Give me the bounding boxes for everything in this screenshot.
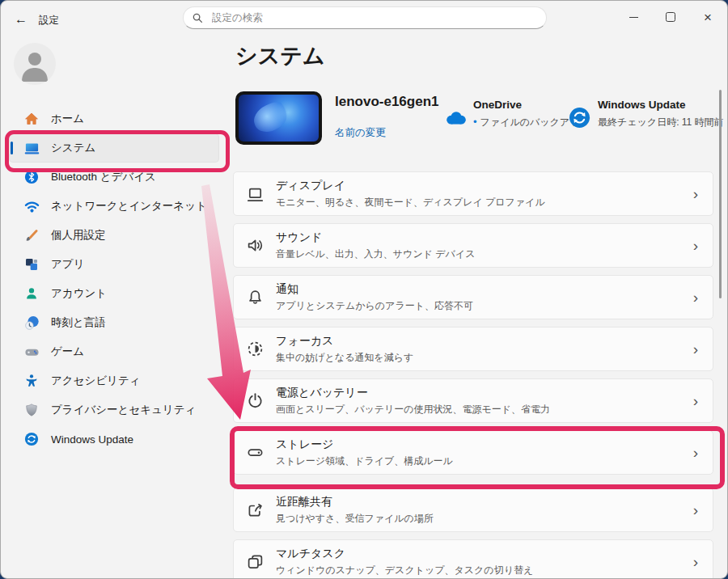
windows-update-subtitle: 最終チェック日時: 11 時間前	[598, 116, 724, 129]
power-icon	[247, 392, 276, 409]
wifi-icon	[23, 198, 40, 214]
settings-row-multitasking[interactable]: マルチタスク ウィンドウのスナップ、デスクトップ、タスクの切り替え ›	[233, 539, 713, 579]
sidebar-item-system[interactable]: システム	[9, 133, 219, 163]
device-name: lenovo-e16gen1	[335, 94, 439, 110]
sidebar-item-accessibility[interactable]: アクセシビリティ	[9, 366, 219, 395]
sound-icon	[247, 237, 276, 254]
close-button[interactable]: ×	[689, 2, 726, 32]
row-subtitle: 見つけやすさ、受信ファイルの場所	[276, 512, 693, 526]
row-subtitle: 画面とスリープ、バッテリーの使用状況、電源モード、省電力	[276, 403, 693, 416]
sidebar-item-accounts[interactable]: アカウント	[9, 279, 219, 308]
sidebar-item-network-internet[interactable]: ネットワークとインターネット	[9, 192, 219, 221]
sidebar: ホーム システム Bluetooth とデバイス	[1, 104, 231, 454]
page-title: システム	[235, 41, 325, 70]
sidebar-item-label: Bluetooth とデバイス	[51, 170, 156, 184]
system-icon	[23, 140, 40, 156]
person-icon	[14, 43, 56, 85]
scrollbar-thumb[interactable]	[719, 90, 722, 298]
minimize-icon	[629, 17, 638, 18]
row-subtitle: 集中の妨げとなる通知を減らす	[276, 351, 693, 365]
display-icon	[247, 185, 276, 202]
settings-window: ← 設定 × ホーム	[0, 0, 728, 579]
settings-row-storage[interactable]: ストレージ ストレージ領域、ドライブ、構成ルール ›	[233, 430, 713, 475]
windows-update-icon	[23, 431, 40, 447]
windows-update-title: Windows Update	[598, 99, 724, 111]
row-subtitle: モニター、明るさ、夜間モード、ディスプレイ プロファイル	[276, 196, 693, 209]
focus-icon	[247, 340, 276, 357]
row-title: フォーカス	[276, 334, 693, 349]
desktop-backdrop: ← 設定 × ホーム	[0, 0, 728, 579]
sidebar-item-label: システム	[51, 141, 95, 155]
row-subtitle: ウィンドウのスナップ、デスクトップ、タスクの切り替え	[276, 564, 693, 577]
row-title: サウンド	[276, 230, 693, 245]
row-subtitle: ストレージ領域、ドライブ、構成ルール	[276, 454, 693, 468]
app-title: 設定	[39, 14, 59, 27]
chevron-right-icon: ›	[693, 553, 698, 571]
maximize-icon	[666, 12, 675, 22]
apps-icon	[23, 256, 40, 273]
settings-row-notifications[interactable]: 通知 アプリとシステムからのアラート、応答不可 ›	[233, 275, 713, 319]
row-title: ストレージ	[276, 437, 693, 452]
controller-icon	[23, 344, 40, 360]
sidebar-item-time-language[interactable]: 時刻と言語	[9, 308, 219, 337]
paintbrush-icon	[23, 227, 40, 243]
close-icon: ×	[704, 11, 712, 24]
sidebar-item-label: 時刻と言語	[51, 315, 106, 330]
multitask-icon	[247, 553, 276, 570]
settings-row-display[interactable]: ディスプレイ モニター、明るさ、夜間モード、ディスプレイ プロファイル ›	[233, 171, 713, 216]
sidebar-item-apps[interactable]: アプリ	[9, 250, 219, 279]
clock-globe-icon	[23, 315, 40, 331]
sidebar-item-privacy-security[interactable]: プライバシーとセキュリティ	[9, 395, 219, 425]
back-button[interactable]: ←	[9, 9, 33, 30]
sidebar-item-label: ゲーム	[51, 344, 84, 359]
shield-icon	[23, 402, 40, 418]
onedrive-cloud-icon	[444, 108, 468, 126]
row-title: ディスプレイ	[276, 179, 693, 193]
search-input[interactable]	[210, 11, 538, 24]
sidebar-item-label: プライバシーとセキュリティ	[51, 403, 196, 417]
storage-drive-icon	[247, 444, 276, 461]
row-subtitle: 音量レベル、出力、入力、サウンド デバイス	[276, 247, 693, 261]
settings-row-power-battery[interactable]: 電源とバッテリー 画面とスリープ、バッテリーの使用状況、電源モード、省電力 ›	[233, 378, 713, 423]
sidebar-item-windows-update[interactable]: Windows Update	[9, 425, 219, 454]
chevron-right-icon: ›	[693, 185, 698, 203]
windows-update-status: Windows Update 最終チェック日時: 11 時間前	[598, 99, 724, 129]
row-title: 近距離共有	[276, 495, 693, 509]
sidebar-item-gaming[interactable]: ゲーム	[9, 337, 219, 366]
sidebar-item-label: ホーム	[51, 112, 84, 126]
settings-row-focus[interactable]: フォーカス 集中の妨げとなる通知を減らす ›	[233, 327, 713, 371]
row-title: 通知	[276, 282, 693, 297]
rename-link[interactable]: 名前の変更	[335, 126, 386, 140]
device-thumbnail	[235, 91, 322, 145]
row-title: 電源とバッテリー	[276, 386, 693, 400]
chevron-right-icon: ›	[693, 289, 698, 306]
selected-pill	[11, 142, 13, 154]
settings-row-nearby-sharing[interactable]: 近距離共有 見つけやすさ、受信ファイルの場所 ›	[233, 488, 713, 532]
avatar	[14, 43, 56, 85]
nearby-share-icon	[247, 501, 276, 518]
sidebar-item-label: ネットワークとインターネット	[51, 199, 207, 213]
sidebar-item-label: アカウント	[51, 286, 107, 301]
accessibility-person-icon	[23, 373, 40, 389]
chevron-right-icon: ›	[693, 340, 698, 358]
account-person-icon	[23, 285, 40, 302]
home-icon	[23, 111, 40, 127]
chevron-right-icon: ›	[693, 237, 698, 255]
chevron-right-icon: ›	[693, 392, 698, 410]
sidebar-item-bluetooth-devices[interactable]: Bluetooth とデバイス	[9, 163, 219, 192]
minimize-button[interactable]	[615, 2, 652, 32]
bullet-icon: •	[473, 116, 477, 128]
sidebar-item-label: Windows Update	[51, 433, 133, 446]
sidebar-item-home[interactable]: ホーム	[9, 104, 219, 133]
sidebar-item-personalization[interactable]: 個人用設定	[9, 221, 219, 250]
sidebar-item-label: アプリ	[51, 257, 84, 272]
chevron-right-icon: ›	[693, 444, 698, 462]
bell-icon	[247, 289, 276, 306]
bluetooth-icon	[23, 169, 40, 185]
search-box[interactable]	[183, 6, 547, 29]
settings-row-sound[interactable]: サウンド 音量レベル、出力、入力、サウンド デバイス ›	[233, 223, 713, 268]
windows-update-status-icon	[569, 107, 590, 129]
search-icon	[192, 12, 204, 24]
row-subtitle: アプリとシステムからのアラート、応答不可	[276, 299, 693, 313]
maximize-button[interactable]	[652, 2, 689, 32]
